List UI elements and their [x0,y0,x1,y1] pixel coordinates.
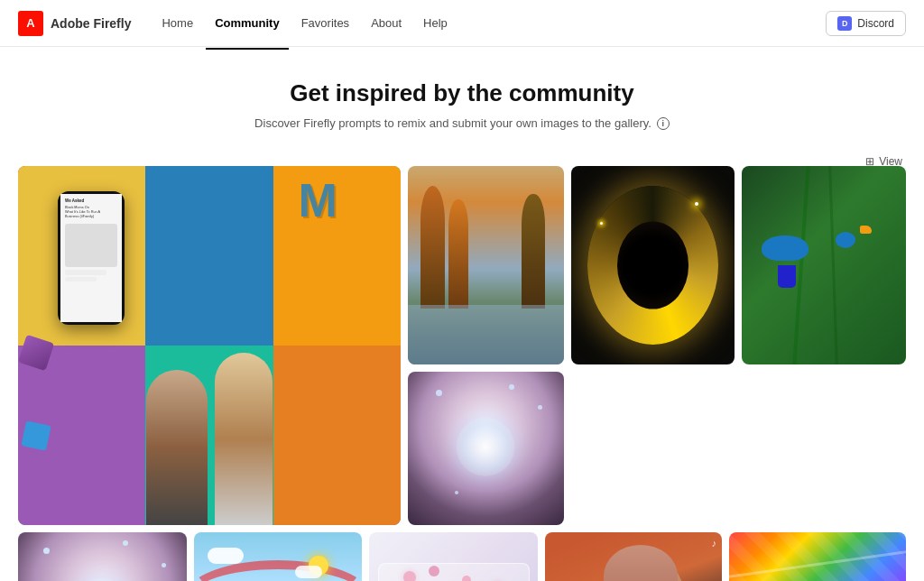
hero-subtitle: Discover Firefly prompts to remix and su… [18,116,906,130]
logo-area: A Adobe Firefly [18,11,131,36]
gallery-abstract-paint[interactable] [729,532,906,581]
discord-button[interactable]: D Discord [826,11,906,36]
main-nav: Home Community Favorites About Help [152,11,826,35]
gallery-rainbow-castle[interactable] [194,532,363,581]
nav-favorites[interactable]: Favorites [292,11,358,35]
gallery-large-left[interactable]: M We Asked Black Moms On What It's Like … [18,166,401,525]
nav-help[interactable]: Help [414,11,457,35]
gallery-crystal-flower[interactable] [408,372,564,525]
nav-home[interactable]: Home [152,11,202,35]
brand-name: Adobe Firefly [51,16,131,31]
gallery-forest[interactable] [408,166,564,364]
gallery-bottom-row: ♪ ▶ [0,532,924,581]
app-header: A Adobe Firefly Home Community Favorites… [0,0,924,47]
discord-icon: D [837,16,852,31]
gallery-flower-bottom[interactable] [18,532,187,581]
gallery-bird[interactable] [742,166,906,364]
hero-title: Get inspired by the community [18,79,906,107]
adobe-logo-icon: A [18,11,43,36]
nav-about[interactable]: About [362,11,411,35]
info-icon[interactable]: i [657,117,670,130]
nav-community[interactable]: Community [206,11,289,35]
main-gallery: M We Asked Black Moms On What It's Like … [0,166,924,540]
gallery-gold-circle[interactable] [571,166,735,364]
gallery-blossom[interactable] [369,532,538,581]
gallery-woman[interactable]: ♪ ▶ [545,532,722,581]
tiktok-icon: ♪ [711,538,716,549]
hero-section: Get inspired by the community Discover F… [0,47,924,148]
